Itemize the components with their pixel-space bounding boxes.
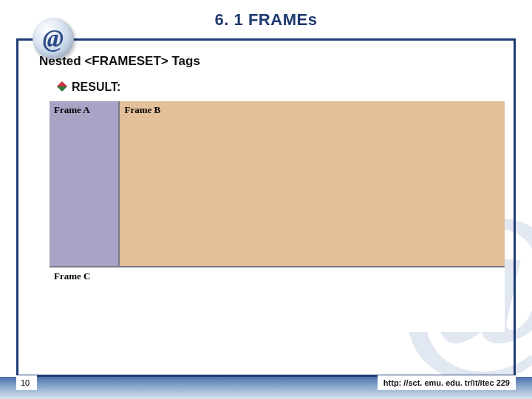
at-glyph: @ <box>43 24 64 52</box>
page-number: 10 <box>16 375 37 390</box>
at-badge-icon: @ <box>33 18 74 59</box>
result-label: RESULT: <box>72 81 120 93</box>
diamond-bullet-icon <box>57 81 67 92</box>
frame-a: Frame A <box>50 101 120 266</box>
frame-c: Frame C <box>50 267 505 285</box>
frameset-top-row: Frame A Frame B <box>50 101 505 267</box>
frame-b: Frame B <box>120 101 505 266</box>
frameset-illustration: Frame A Frame B Frame C <box>50 101 505 332</box>
frameset-bottom-row: Frame C <box>50 267 505 285</box>
slide-container: 6. 1 FRAMEs @ Nested <FRAMESET> Tags RES… <box>0 0 532 399</box>
footer-url: http: //sct. emu. edu. tr/it/itec 229 <box>378 375 516 390</box>
title-area: 6. 1 FRAMEs <box>0 0 532 44</box>
slide-title: 6. 1 FRAMEs <box>0 0 532 30</box>
content-panel: Nested <FRAMESET> Tags RESULT: Frame A F… <box>16 38 516 377</box>
result-line: RESULT: <box>58 81 120 94</box>
